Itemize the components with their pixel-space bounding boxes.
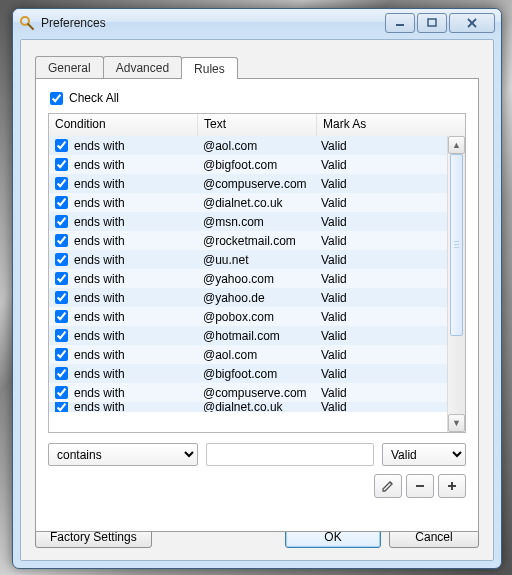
svg-line-1 bbox=[28, 24, 33, 29]
table-row[interactable]: ends with@msn.comValid bbox=[49, 212, 465, 231]
close-button[interactable] bbox=[449, 13, 495, 33]
svg-rect-3 bbox=[428, 19, 436, 26]
scroll-down-button[interactable]: ▼ bbox=[448, 414, 465, 432]
table-header: Condition Text Mark As bbox=[49, 114, 465, 137]
row-condition: ends with bbox=[74, 291, 125, 305]
titlebar[interactable]: Preferences bbox=[13, 9, 501, 37]
row-mark: Valid bbox=[315, 234, 465, 248]
row-checkbox[interactable] bbox=[55, 234, 68, 247]
scroll-up-button[interactable]: ▲ bbox=[448, 136, 465, 154]
row-condition: ends with bbox=[74, 386, 125, 400]
row-text: @pobox.com bbox=[197, 310, 315, 324]
row-text: @hotmail.com bbox=[197, 329, 315, 343]
minimize-button[interactable] bbox=[385, 13, 415, 33]
tab-general[interactable]: General bbox=[35, 56, 104, 78]
table-row[interactable]: ends with@yahoo.deValid bbox=[49, 288, 465, 307]
row-checkbox[interactable] bbox=[55, 310, 68, 323]
row-text: @rocketmail.com bbox=[197, 234, 315, 248]
row-mark: Valid bbox=[315, 402, 465, 412]
row-condition: ends with bbox=[74, 215, 125, 229]
row-condition: ends with bbox=[74, 367, 125, 381]
row-condition: ends with bbox=[74, 253, 125, 267]
row-mark: Valid bbox=[315, 291, 465, 305]
row-mark: Valid bbox=[315, 139, 465, 153]
row-condition: ends with bbox=[74, 139, 125, 153]
row-mark: Valid bbox=[315, 196, 465, 210]
check-all-checkbox[interactable] bbox=[50, 92, 63, 105]
row-text: @compuserve.com bbox=[197, 386, 315, 400]
table-row[interactable]: ends with@yahoo.comValid bbox=[49, 269, 465, 288]
row-checkbox[interactable] bbox=[55, 348, 68, 361]
table-row[interactable]: ends with@dialnet.co.ukValid bbox=[49, 193, 465, 212]
client-area: General Advanced Rules Check All Conditi… bbox=[20, 39, 494, 561]
tab-advanced[interactable]: Advanced bbox=[103, 56, 182, 78]
row-checkbox[interactable] bbox=[55, 329, 68, 342]
row-text: @bigfoot.com bbox=[197, 158, 315, 172]
row-mark: Valid bbox=[315, 348, 465, 362]
row-mark: Valid bbox=[315, 253, 465, 267]
app-icon bbox=[19, 15, 35, 31]
table-row[interactable]: ends with@aol.comValid bbox=[49, 345, 465, 364]
row-text: @dialnet.co.uk bbox=[197, 196, 315, 210]
row-checkbox[interactable] bbox=[55, 158, 68, 171]
col-mark[interactable]: Mark As bbox=[317, 114, 465, 136]
row-mark: Valid bbox=[315, 329, 465, 343]
row-mark: Valid bbox=[315, 367, 465, 381]
table-row[interactable]: ends with@uu.netValid bbox=[49, 250, 465, 269]
tab-strip: General Advanced Rules bbox=[35, 54, 479, 78]
row-text: @yahoo.com bbox=[197, 272, 315, 286]
row-condition: ends with bbox=[74, 402, 125, 412]
row-text: @uu.net bbox=[197, 253, 315, 267]
row-checkbox[interactable] bbox=[55, 215, 68, 228]
scroll-thumb[interactable] bbox=[450, 154, 463, 336]
table-body: ends with@aol.comValidends with@bigfoot.… bbox=[49, 136, 465, 432]
edit-rule-button[interactable] bbox=[374, 474, 402, 498]
row-mark: Valid bbox=[315, 272, 465, 286]
table-row[interactable]: ends with@rocketmail.comValid bbox=[49, 231, 465, 250]
scrollbar[interactable]: ▲ ▼ bbox=[447, 136, 465, 432]
condition-select[interactable]: contains bbox=[48, 443, 198, 466]
table-row[interactable]: ends with@compuserve.comValid bbox=[49, 174, 465, 193]
row-checkbox[interactable] bbox=[55, 386, 68, 399]
table-row[interactable]: ends with@dialnet.co.ukValid bbox=[49, 402, 465, 412]
rules-tab-pane: Check All Condition Text Mark As ends wi… bbox=[35, 78, 479, 532]
table-row[interactable]: ends with@aol.comValid bbox=[49, 136, 465, 155]
row-text: @compuserve.com bbox=[197, 177, 315, 191]
col-text[interactable]: Text bbox=[198, 114, 317, 136]
row-text: @aol.com bbox=[197, 139, 315, 153]
maximize-button[interactable] bbox=[417, 13, 447, 33]
rule-editor-row: contains Valid bbox=[48, 443, 466, 466]
check-all-row[interactable]: Check All bbox=[50, 91, 466, 105]
row-condition: ends with bbox=[74, 158, 125, 172]
table-row[interactable]: ends with@hotmail.comValid bbox=[49, 326, 465, 345]
row-mark: Valid bbox=[315, 158, 465, 172]
row-checkbox[interactable] bbox=[55, 253, 68, 266]
row-checkbox[interactable] bbox=[55, 196, 68, 209]
row-checkbox[interactable] bbox=[55, 177, 68, 190]
rules-table: Condition Text Mark As ends with@aol.com… bbox=[48, 113, 466, 433]
row-condition: ends with bbox=[74, 329, 125, 343]
row-checkbox[interactable] bbox=[55, 139, 68, 152]
rule-text-input[interactable] bbox=[206, 443, 374, 466]
col-condition[interactable]: Condition bbox=[49, 114, 198, 136]
mark-select[interactable]: Valid bbox=[382, 443, 466, 466]
table-row[interactable]: ends with@bigfoot.comValid bbox=[49, 364, 465, 383]
add-rule-button[interactable] bbox=[438, 474, 466, 498]
row-text: @msn.com bbox=[197, 215, 315, 229]
row-condition: ends with bbox=[74, 196, 125, 210]
table-row[interactable]: ends with@bigfoot.comValid bbox=[49, 155, 465, 174]
check-all-label: Check All bbox=[69, 91, 119, 105]
row-checkbox[interactable] bbox=[55, 291, 68, 304]
row-mark: Valid bbox=[315, 310, 465, 324]
table-row[interactable]: ends with@compuserve.comValid bbox=[49, 383, 465, 402]
tab-rules[interactable]: Rules bbox=[181, 57, 238, 79]
row-checkbox[interactable] bbox=[55, 272, 68, 285]
table-row[interactable]: ends with@pobox.comValid bbox=[49, 307, 465, 326]
row-condition: ends with bbox=[74, 234, 125, 248]
remove-rule-button[interactable] bbox=[406, 474, 434, 498]
row-checkbox[interactable] bbox=[55, 367, 68, 380]
row-checkbox[interactable] bbox=[55, 402, 68, 412]
row-text: @dialnet.co.uk bbox=[197, 402, 315, 412]
row-text: @aol.com bbox=[197, 348, 315, 362]
row-mark: Valid bbox=[315, 215, 465, 229]
